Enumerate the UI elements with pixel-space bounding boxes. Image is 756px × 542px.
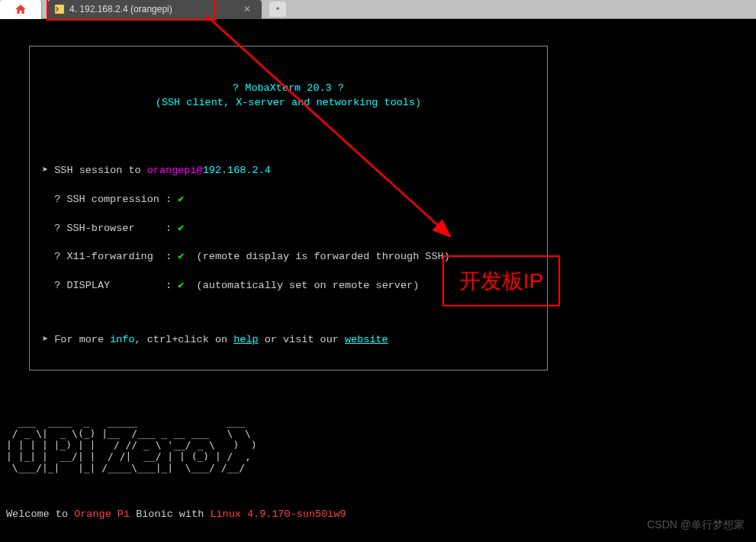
ssh-host: 192.168.2.4 (203, 165, 271, 176)
tab-bar: 4. 192.168.2.4 (orangepi) ✕ ✦ (0, 0, 756, 19)
x11-label: ? X11-forwarding : (54, 251, 172, 262)
arrow-icon: ➤ (42, 165, 54, 176)
welcome-mid: Bionic with (130, 508, 210, 520)
annotation-label: 开发板IP (442, 255, 560, 306)
banner-q1: ? (233, 82, 239, 94)
home-tab[interactable] (0, 0, 42, 19)
more-prefix: For more (54, 334, 110, 345)
welcome-prefix: Welcome to (6, 508, 74, 520)
help-link[interactable]: help (233, 334, 258, 345)
check-icon: ✔ (178, 223, 184, 234)
banner-title: MobaXterm 20.3 (245, 82, 331, 94)
svg-rect-0 (55, 5, 64, 14)
check-icon: ✔ (178, 251, 184, 262)
info-link[interactable]: info (110, 334, 134, 345)
banner-box: ? MobaXterm 20.3 ? (SSH client, X-server… (29, 46, 548, 370)
display-label: ? DISPLAY : (54, 280, 172, 291)
ssh-browser-label: ? SSH-browser : (54, 223, 172, 234)
close-icon[interactable]: ✕ (239, 3, 256, 16)
ssh-user: orangepi (147, 165, 197, 176)
banner-q2: ? (338, 82, 344, 94)
check-icon: ✔ (178, 194, 184, 205)
terminal-icon (54, 4, 65, 14)
ssh-compression-label: ? SSH compression : (54, 194, 172, 205)
arrow-icon: ➤ (42, 334, 54, 345)
banner-subtitle: (SSH client, X-server and networking too… (42, 96, 535, 111)
tab-title: 4. 192.168.2.4 (orangepi) (69, 3, 172, 16)
new-tab-button[interactable]: ✦ (269, 2, 286, 17)
x11-note: (remote display is forwarded through SSH… (197, 251, 450, 262)
website-link[interactable]: website (345, 334, 388, 345)
welcome-line: Welcome to Orange Pi Bionic with Linux 4… (6, 508, 750, 522)
more-mid: , ctrl+click on (135, 334, 234, 345)
more-mid2: or visit our (259, 334, 345, 345)
ssh-session-label: SSH session to (54, 165, 147, 176)
watermark: CSDN @单行梦想家 (647, 518, 745, 533)
orange-pi-name: Orange Pi (74, 508, 130, 520)
ssh-at: @ (197, 165, 203, 176)
terminal-output[interactable]: ? MobaXterm 20.3 ? (SSH client, X-server… (0, 19, 756, 542)
ssh-tab[interactable]: 4. 192.168.2.4 (orangepi) ✕ (48, 0, 262, 19)
linux-version: Linux 4.9.170-sun50iw9 (210, 508, 346, 520)
display-note: (automatically set on remote server) (197, 280, 420, 291)
check-icon: ✔ (178, 280, 184, 291)
home-icon (14, 3, 27, 15)
ascii-art-logo: ___ ____ _ _____ ___ / _ \| _ \(_) |__ /… (6, 417, 750, 474)
